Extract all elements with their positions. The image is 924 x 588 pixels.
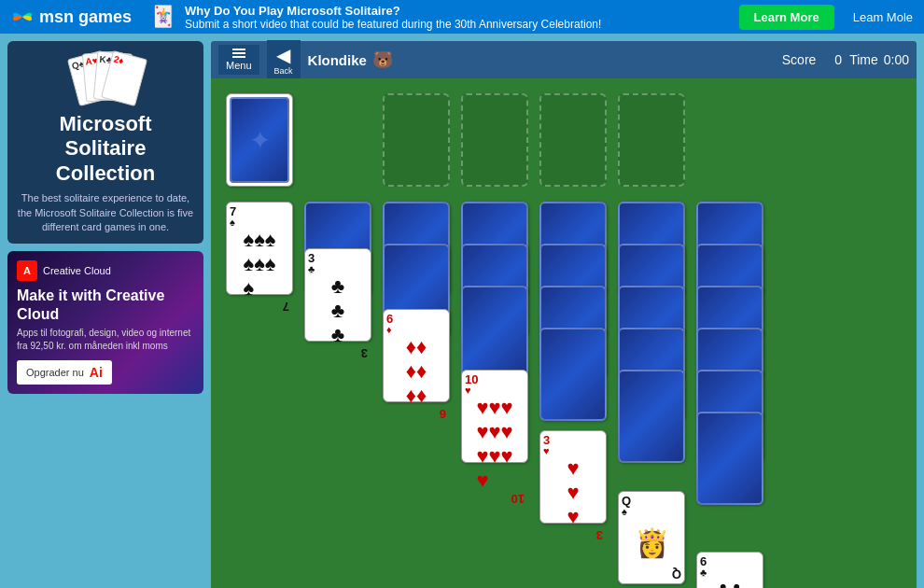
tableau-facedown-7-6	[696, 412, 763, 505]
tableau-col-5: 3 ♥ ♥♥♥ 3	[539, 202, 607, 588]
tableau-card-5-5[interactable]: 3 ♥ ♥♥♥ 3	[539, 430, 607, 524]
promo-title-line2: Solitaire	[65, 136, 147, 160]
foundation-2[interactable]	[461, 93, 528, 187]
foundation-1[interactable]	[383, 93, 450, 187]
back-label: Back	[274, 66, 293, 76]
card-suit-top: ♠	[622, 507, 681, 517]
score-value: 0	[834, 52, 842, 67]
tableau-card-2-2[interactable]: 3 ♣ ♣♣♣ 3	[304, 248, 371, 342]
card-fan: Q♠ A♥ K♣ 2♦	[73, 50, 138, 106]
facedown-card	[696, 412, 763, 505]
card-suit-top: ♥	[465, 385, 525, 396]
foundation-3[interactable]	[539, 93, 607, 187]
time-label: Time	[849, 52, 878, 67]
tableau-col-1: 7 ♠ ♠♠♠♠♠♠♠ 7	[226, 202, 293, 588]
stock-pile[interactable]: ✦	[226, 93, 293, 187]
promo-sub: Submit a short video that could be featu…	[185, 18, 730, 31]
learn-more-button[interactable]: Learn More	[739, 5, 834, 30]
card-rank-bottom: 3	[543, 529, 603, 541]
card-suit-top: ♣	[308, 264, 368, 274]
menu-label: Menu	[226, 60, 252, 71]
facedown-card	[618, 370, 685, 463]
tableau-card-7-7[interactable]: 6 ♣ ♣♣♣♣♣♣ 6	[696, 552, 763, 588]
card-rank-top: 3	[308, 252, 368, 264]
card-rank-bottom: 10	[465, 493, 525, 505]
tableau-facedown-5-4	[539, 328, 607, 421]
promo-title: Why Do You Play Microsoft Solitaire?	[185, 4, 730, 18]
facedown-card	[461, 286, 528, 379]
game-name-text: Klondike	[308, 52, 367, 68]
card-suit-top: ♣	[700, 567, 760, 578]
msn-brand-label: msn games	[39, 7, 132, 27]
tableau-col-4: 10 ♥ ♥♥♥♥♥♥♥♥♥♥ 10	[461, 202, 528, 588]
game-board: ✦ 7 ♠	[211, 78, 917, 588]
game-toolbar: Menu ◀ Back Klondike 🐻 Score 0 Time 0:00	[211, 41, 917, 78]
sidebar-ad: A Creative Cloud Make it with Creative C…	[7, 251, 203, 393]
card-rank-top: 6	[386, 313, 446, 325]
promo-title-line1: Microsoft	[60, 112, 152, 135]
card-suit-top: ♠	[230, 217, 289, 228]
promo-card-image: Q♠ A♥ K♣ 2♦	[17, 50, 194, 106]
card-center-suit: ♦♦♦♦♦♦	[386, 335, 446, 408]
banner-content: 🃏 Why Do You Play Microsoft Solitaire? S…	[150, 4, 834, 31]
hamburger-icon	[232, 49, 245, 50]
promo-title-line3: Collection	[56, 161, 155, 185]
solitaire-promo-title: Microsoft Solitaire Collection	[17, 112, 194, 186]
menu-button[interactable]: Menu	[218, 45, 259, 75]
card-rank-bottom: 7	[230, 301, 289, 313]
solitaire-promo: Q♠ A♥ K♣ 2♦ Microsoft Solitaire Collecti…	[7, 41, 203, 244]
tableau-col-7: 6 ♣ ♣♣♣♣♣♣ 6	[696, 202, 763, 588]
adobe-logo-small: Ai	[90, 365, 103, 380]
game-area: Menu ◀ Back Klondike 🐻 Score 0 Time 0:00	[211, 41, 917, 588]
back-button[interactable]: ◀ Back	[267, 40, 301, 79]
top-banner: msn games 🃏 Why Do You Play Microsoft So…	[0, 0, 924, 34]
cards-icon: 🃏	[150, 5, 175, 29]
back-arrow-icon: ◀	[276, 44, 290, 66]
ad-brand-name: Creative Cloud	[43, 265, 111, 276]
top-row: ✦	[226, 93, 902, 187]
main-layout: Q♠ A♥ K♣ 2♦ Microsoft Solitaire Collecti…	[0, 34, 924, 588]
tableau-card-4-4[interactable]: 10 ♥ ♥♥♥♥♥♥♥♥♥♥ 10	[461, 370, 528, 463]
tableau-card-3-3[interactable]: 6 ♦ ♦♦♦♦♦♦ 6	[383, 309, 450, 402]
banner-text: Why Do You Play Microsoft Solitaire? Sub…	[185, 4, 730, 31]
card-center-figure: 👸	[622, 517, 681, 568]
card-center-suit: ♠♠♠♠♠♠♠	[230, 228, 289, 301]
sidebar: Q♠ A♥ K♣ 2♦ Microsoft Solitaire Collecti…	[7, 41, 203, 588]
tableau-col-2: 3 ♣ ♣♣♣ 3	[304, 202, 371, 588]
tableau-card-1-1[interactable]: 7 ♠ ♠♠♠♠♠♠♠ 7	[226, 202, 293, 295]
user-area: Leam Mole	[853, 10, 913, 24]
msn-logo: msn games	[11, 6, 132, 28]
solitaire-description: The best solitaire experience to date, t…	[17, 191, 194, 234]
tableau-card-6-6[interactable]: Q ♠ 👸 Q	[618, 491, 685, 584]
card-center-suit: ♥♥♥♥♥♥♥♥♥♥	[465, 396, 525, 493]
card-rank-bottom: 3	[308, 347, 368, 359]
facedown-card	[539, 328, 607, 421]
card-rank-bottom: Q	[622, 568, 681, 581]
card-rank-top: 3	[543, 434, 603, 446]
ad-cta-label: Opgrader nu	[26, 367, 84, 378]
tableau-facedown-6-5	[618, 370, 685, 463]
card-suit-top: ♥	[543, 446, 603, 456]
card-rank-bottom: 6	[386, 408, 446, 420]
card-rank-top: Q	[622, 495, 681, 507]
stock-card-back: ✦	[230, 97, 289, 183]
score-area: Score 0	[782, 52, 842, 67]
card-rank-top: 7	[230, 205, 289, 217]
game-name-label: Klondike 🐻	[308, 49, 393, 70]
hamburger-icon	[232, 56, 245, 58]
hamburger-icon	[232, 52, 245, 54]
tableau-col-3: 6 ♦ ♦♦♦♦♦♦ 6	[383, 202, 450, 588]
bear-icon: 🐻	[372, 49, 393, 70]
tableau-col-6: Q ♠ 👸 Q	[618, 202, 685, 588]
foundation-4[interactable]	[618, 93, 685, 187]
card-rank-top: 10	[465, 373, 525, 385]
msn-butterfly-icon	[11, 6, 34, 28]
ad-title: Make it with Creative Cloud	[17, 287, 194, 322]
tableau-facedown-4-3	[461, 286, 528, 379]
card-center-suit: ♥♥♥	[543, 456, 603, 529]
card-rank-top: 6	[700, 555, 760, 567]
tableau: 7 ♠ ♠♠♠♠♠♠♠ 7 3 ♣ ♣♣♣ 3	[226, 202, 902, 588]
ad-cta-button[interactable]: Opgrader nu Ai	[17, 360, 112, 385]
card-center-suit: ♣♣♣♣♣♣	[700, 578, 760, 588]
card-center-suit: ♣♣♣	[308, 274, 368, 347]
